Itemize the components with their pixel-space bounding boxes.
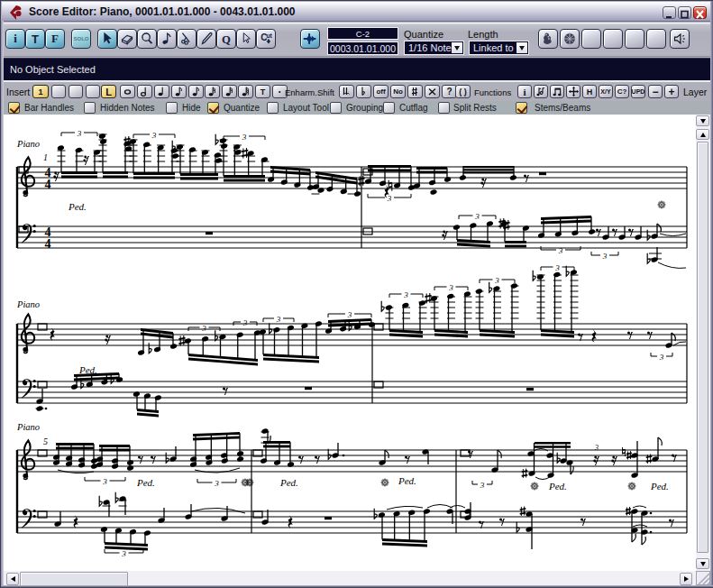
svg-text:5: 5 — [43, 436, 48, 446]
svg-text:3: 3 — [77, 129, 82, 138]
svg-text:3: 3 — [347, 310, 352, 319]
svg-text:3: 3 — [151, 131, 157, 140]
svg-text:3: 3 — [602, 252, 608, 261]
svg-text:Pеd.: Pеd. — [548, 481, 567, 492]
svg-text:Piano: Piano — [16, 139, 40, 149]
svg-text:Pеd.: Pеd. — [279, 477, 298, 488]
svg-text:3: 3 — [403, 290, 408, 299]
svg-text:Pеd.: Pеd. — [68, 201, 87, 212]
svg-text:Piano: Piano — [16, 299, 40, 309]
svg-text:Q: Q — [222, 33, 231, 46]
svg-text:3: 3 — [448, 283, 453, 292]
svg-text:ut: ut — [266, 32, 272, 39]
svg-text:4: 4 — [45, 178, 51, 191]
svg-text:3: 3 — [554, 263, 560, 272]
svg-text:3: 3 — [474, 212, 480, 221]
svg-text:Pеd.: Pеd. — [398, 475, 416, 486]
svg-text:4: 4 — [45, 237, 51, 251]
svg-text:3: 3 — [494, 276, 499, 285]
svg-text:3: 3 — [594, 444, 599, 452]
svg-text:3: 3 — [387, 194, 392, 203]
svg-text:3: 3 — [121, 549, 126, 558]
svg-text:3: 3 — [276, 315, 281, 324]
svg-text:Piano: Piano — [16, 422, 40, 432]
svg-text:3: 3 — [242, 318, 248, 327]
svg-text:1: 1 — [43, 152, 48, 162]
svg-text:3: 3 — [242, 133, 247, 142]
svg-text:3: 3 — [659, 353, 664, 362]
svg-text:3: 3 — [201, 324, 206, 333]
svg-text:3: 3 — [214, 479, 219, 488]
svg-text:Pеd.: Pеd. — [650, 481, 669, 492]
svg-text:Pеd.: Pеd. — [136, 477, 155, 488]
svg-text:3: 3 — [102, 477, 107, 486]
svg-text:3: 3 — [480, 481, 485, 490]
svg-text:3: 3 — [558, 246, 563, 255]
